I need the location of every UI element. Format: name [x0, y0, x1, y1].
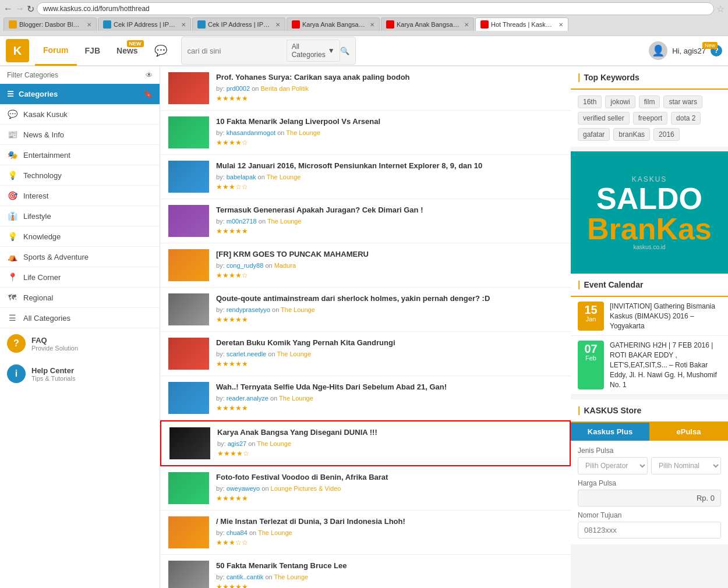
keyword-tag-0[interactable]: 16th [578, 95, 602, 108]
thread-item[interactable]: Deretan Buku Komik Yang Pernah Kita Gand… [160, 332, 571, 376]
browser-tab-5[interactable]: Hot Threads | Kaskus -...✕ [475, 17, 568, 31]
thread-item[interactable]: Karya Anak Bangsa Yang Disegani DUNIA !!… [160, 420, 571, 466]
browser-tab-0[interactable]: Blogger: Dasbor Blogg...✕ [3, 17, 97, 31]
nomor-tujuan-input[interactable] [578, 522, 721, 539]
browser-tab-1[interactable]: Cek IP Address | IPSay...✕ [98, 17, 191, 31]
thread-author-link[interactable]: khasandanmogot [227, 129, 275, 136]
keyword-tag-1[interactable]: jokowi [605, 95, 635, 108]
thread-item[interactable]: [FR] KRM GOES TO PUNCAK MAHAMERU by: con… [160, 243, 571, 288]
thread-author-link[interactable]: m00n2718 [227, 218, 257, 225]
bookmark-button[interactable]: ☆ [716, 3, 725, 15]
nominal-select[interactable]: Pilih Nominal [651, 457, 721, 474]
event-item-0[interactable]: 15 Jan [INVITATION] Gathering Bismania K… [571, 297, 728, 336]
search-bar: All Categories ▼ 🔍 [181, 37, 356, 65]
search-input[interactable] [188, 47, 287, 55]
tab-close-0[interactable]: ✕ [87, 22, 91, 28]
thread-author-link[interactable]: prd0002 [227, 85, 250, 92]
thread-category-link[interactable]: Berita dan Politik [260, 85, 309, 92]
sidebar-item-entertainment[interactable]: 🎭Entertainment [0, 145, 160, 165]
thread-category-link[interactable]: The Lounge [267, 218, 302, 225]
thread-category-link[interactable]: The Lounge [279, 395, 313, 402]
thread-author-link[interactable]: scarlet.needle [227, 350, 267, 357]
sidebar-item-kasak-kusuk[interactable]: 💬Kasak Kusuk [0, 104, 160, 125]
filter-eye-icon[interactable]: 👁 [146, 71, 153, 79]
thread-author-link[interactable]: babelapak [227, 173, 256, 180]
thread-category-link[interactable]: The Lounge [277, 350, 311, 357]
sidebar-icon-7: ⛺ [7, 252, 17, 261]
forward-button[interactable]: → [15, 3, 24, 14]
sidebar-item-sports-&-adventure[interactable]: ⛺Sports & Adventure [0, 247, 160, 267]
store-tab-epulsa[interactable]: ePulsa [649, 423, 728, 441]
sidebar-item-life-corner[interactable]: 📍Life Corner [0, 267, 160, 288]
thread-item[interactable]: Prof. Yohanes Surya: Carikan saya anak p… [160, 66, 571, 111]
sidebar-item-technology[interactable]: 💡Technology [0, 165, 160, 186]
tab-close-1[interactable]: ✕ [181, 22, 186, 28]
thread-item[interactable]: Wah..! Ternyata Selfie Uda Nge-Hits Dari… [160, 376, 571, 420]
thread-item[interactable]: Foto-foto Festival Voodoo di Benin, Afri… [160, 466, 571, 511]
sidebar-item-all-categories[interactable]: ☰All Categories [0, 308, 160, 328]
sidebar-item-interest[interactable]: 🎯Interest [0, 186, 160, 206]
keyword-tag-8[interactable]: branKas [613, 128, 650, 141]
sidebar-item-knowledge[interactable]: 💡Knowledge [0, 226, 160, 247]
tab-close-4[interactable]: ✕ [464, 22, 469, 28]
thread-item[interactable]: Qoute-qoute antimainstream dari sherlock… [160, 288, 571, 332]
tab-close-3[interactable]: ✕ [370, 22, 374, 28]
thread-author-link[interactable]: chua84 [227, 529, 248, 536]
saldo-banner[interactable]: KASKUS SALDO BranKas kaskus.co.id [571, 151, 728, 274]
nav-chat[interactable]: 💬 [146, 36, 175, 66]
thread-category-link[interactable]: Madura [274, 262, 296, 269]
thread-author-link[interactable]: cantik..cantik [227, 573, 264, 580]
thread-category-link[interactable]: The Lounge [281, 306, 315, 313]
nav-forum[interactable]: Forum [35, 36, 77, 66]
keyword-tag-9[interactable]: 2016 [653, 128, 680, 141]
thread-item[interactable]: Termasuk Genenerasi Apakah Juragan? Cek … [160, 199, 571, 243]
keyword-tag-3[interactable]: star wars [663, 95, 702, 108]
sidebar-label-7: Sports & Adventure [23, 253, 89, 261]
search-icon[interactable]: 🔍 [340, 47, 349, 55]
thread-item[interactable]: / Mie Instan Terlezat di Dunia, 3 Dari I… [160, 511, 571, 555]
thread-category-link[interactable]: The Lounge [286, 129, 320, 136]
back-button[interactable]: ← [3, 3, 13, 14]
categories-header[interactable]: ☰ Categories 🔖 [0, 84, 160, 104]
thread-title: Karya Anak Bangsa Yang Disegani DUNIA !!… [217, 427, 561, 438]
thread-category-link[interactable]: Lounge Pictures & Video [271, 485, 341, 492]
thread-author-link[interactable]: agis27 [228, 440, 246, 447]
sidebar-item-regional[interactable]: 🗺Regional [0, 288, 160, 308]
keyword-tag-7[interactable]: gafatar [578, 128, 610, 141]
keyword-tag-6[interactable]: dota 2 [671, 112, 701, 125]
thread-author-link[interactable]: reader.analyze [227, 395, 268, 402]
category-select[interactable]: All Categories ▼ [287, 40, 340, 62]
browser-tab-3[interactable]: Karya Anak Bangsa Yan...✕ [287, 17, 380, 31]
nav-news[interactable]: News NEW [108, 36, 146, 66]
tab-close-2[interactable]: ✕ [275, 22, 280, 28]
keyword-tag-2[interactable]: film [639, 95, 660, 108]
sidebar-item-lifestyle[interactable]: 👔Lifestyle [0, 206, 160, 226]
thread-thumbnail [168, 249, 209, 281]
help-center-item[interactable]: i Help Center Tips & Tutorials [0, 359, 160, 389]
operator-select[interactable]: Pilih Operator [578, 457, 648, 474]
jenis-pulsa-label: Jenis Pulsa [578, 447, 721, 455]
sidebar-item-news-&-info[interactable]: 📰News & Info [0, 125, 160, 145]
store-tab-kaskusplus[interactable]: Kaskus Plus [571, 423, 649, 441]
nav-fjb[interactable]: FJB [77, 36, 108, 66]
thread-item[interactable]: 50 Fakta Menarik Tentang Bruce Lee by: c… [160, 555, 571, 588]
keyword-tag-5[interactable]: freeport [633, 112, 667, 125]
reload-button[interactable]: ↻ [27, 3, 34, 15]
keyword-tag-4[interactable]: verified seller [578, 112, 630, 125]
browser-tab-2[interactable]: Cek IP Address | IPSa...✕ [192, 17, 285, 31]
thread-category-link[interactable]: The Lounge [274, 573, 308, 580]
thread-category-link[interactable]: The Lounge [267, 173, 301, 180]
event-date-0: 15 Jan [578, 302, 604, 331]
thread-author-link[interactable]: rendyprasetyyo [227, 306, 270, 313]
event-item-1[interactable]: 07 Feb GATHERING H2H | 7 FEB 2016 | ROTI… [571, 336, 728, 395]
thread-category-link[interactable]: The Lounge [257, 440, 291, 447]
browser-tab-4[interactable]: Karya Anak Bangsa Yan...✕ [381, 17, 474, 31]
thread-author-link[interactable]: cong_rudy88 [227, 262, 264, 269]
tab-close-5[interactable]: ✕ [559, 22, 563, 28]
news-badge: NEW [127, 40, 144, 47]
thread-author-link[interactable]: oweyaweyo [227, 485, 260, 492]
thread-item[interactable]: 10 Fakta Menarik Jelang Liverpool Vs Ars… [160, 111, 571, 155]
thread-category-link[interactable]: The Lounge [258, 529, 292, 536]
faq-item[interactable]: ? FAQ Provide Solution [0, 328, 160, 359]
thread-item[interactable]: Mulai 12 Januari 2016, Microsoft Pensiun… [160, 155, 571, 199]
